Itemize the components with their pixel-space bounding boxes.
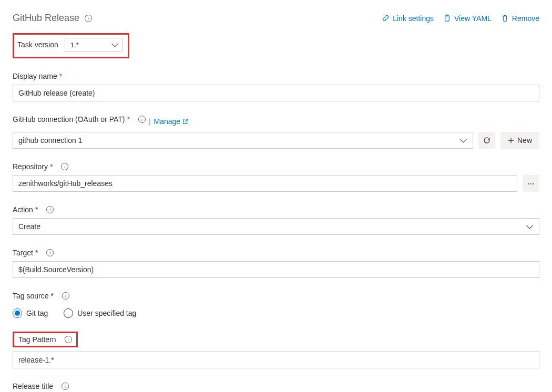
ellipsis-icon: ··· <box>527 180 535 188</box>
release-title-label: Release title i <box>13 382 69 390</box>
radio-icon <box>64 308 73 318</box>
release-title-field: Release title i <box>13 382 539 392</box>
page-title: GitHub Release <box>13 13 79 24</box>
radio-user-specified[interactable]: User specified tag <box>64 308 136 318</box>
repository-input[interactable] <box>13 175 517 192</box>
header: GitHub Release i Link settings View YAML… <box>13 13 539 24</box>
clipboard-icon <box>443 14 451 22</box>
repository-label: Repository * i <box>13 162 68 171</box>
title-group: GitHub Release i <box>13 13 92 24</box>
required-marker: * <box>127 115 129 123</box>
target-field: Target * i <box>13 249 539 278</box>
github-connection-label: GitHub connection (OAuth or PAT) * i <box>13 115 146 123</box>
manage-link[interactable]: Manage <box>154 117 189 126</box>
tag-pattern-input[interactable] <box>13 352 539 368</box>
task-version-select[interactable]: 1.* <box>65 38 122 51</box>
browse-button[interactable]: ··· <box>523 175 539 192</box>
info-icon[interactable]: i <box>62 292 69 300</box>
required-marker: * <box>50 292 53 300</box>
required-marker: * <box>35 205 38 214</box>
info-icon[interactable]: i <box>46 206 54 213</box>
github-connection-label-row: GitHub connection (OAuth or PAT) * i | M… <box>13 115 539 128</box>
task-version-highlight: Task version 1.* <box>13 33 129 58</box>
task-version-label: Task version <box>17 40 58 49</box>
refresh-icon <box>483 136 491 145</box>
tag-pattern-field: Tag Pattern i <box>13 332 539 368</box>
external-link-icon <box>182 119 188 125</box>
info-icon[interactable]: i <box>85 15 92 22</box>
info-icon[interactable]: i <box>46 249 54 256</box>
plus-icon <box>508 137 514 143</box>
refresh-button[interactable] <box>478 132 495 149</box>
action-links: Link settings View YAML Remove <box>382 14 539 23</box>
required-marker: * <box>59 72 62 80</box>
tag-pattern-highlight: Tag Pattern i <box>13 332 78 347</box>
info-icon[interactable]: i <box>65 336 72 343</box>
target-label: Target * i <box>13 249 54 257</box>
task-version-row: Task version 1.* <box>17 38 122 51</box>
link-settings-link[interactable]: Link settings <box>382 14 434 23</box>
action-label: Action * i <box>13 205 54 214</box>
tag-source-label: Tag source * i <box>13 292 69 300</box>
radio-git-tag[interactable]: Git tag <box>13 308 48 318</box>
tag-pattern-label: Tag Pattern i <box>18 335 72 344</box>
info-icon[interactable]: i <box>62 383 69 390</box>
radio-icon <box>13 308 22 318</box>
display-name-label: Display name * <box>13 72 62 80</box>
svg-rect-0 <box>445 16 449 21</box>
view-yaml-link[interactable]: View YAML <box>443 14 492 23</box>
divider: | <box>149 117 151 126</box>
info-icon[interactable]: i <box>61 163 68 170</box>
action-select[interactable]: Create <box>13 218 539 235</box>
repository-field: Repository * i ··· <box>13 162 539 192</box>
display-name-field: Display name * <box>13 72 539 101</box>
action-field: Action * i Create <box>13 205 539 235</box>
display-name-input[interactable] <box>13 85 539 101</box>
target-input[interactable] <box>13 261 539 278</box>
task-version-select-wrap: 1.* <box>65 38 122 51</box>
new-button[interactable]: New <box>500 132 539 149</box>
tag-source-field: Tag source * i Git tag User specified ta… <box>13 292 539 318</box>
remove-link[interactable]: Remove <box>501 14 539 23</box>
github-connection-select[interactable]: github connection 1 <box>13 132 473 149</box>
info-icon[interactable]: i <box>138 116 146 123</box>
required-marker: * <box>35 249 38 257</box>
link-icon <box>382 14 390 22</box>
trash-icon <box>501 14 509 22</box>
required-marker: * <box>50 162 53 171</box>
github-connection-field: GitHub connection (OAuth or PAT) * i | M… <box>13 115 539 149</box>
